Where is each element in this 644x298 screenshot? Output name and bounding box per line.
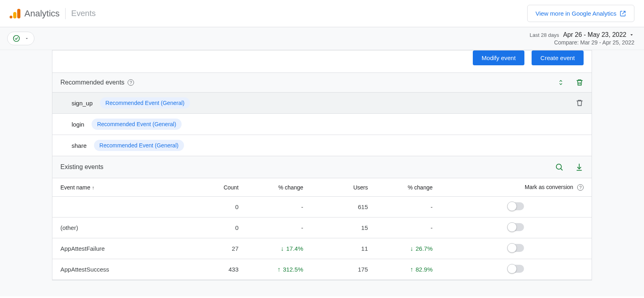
recommended-row[interactable]: shareRecommended Event (General) bbox=[52, 135, 592, 156]
date-range-text: Apr 26 - May 23, 2022 bbox=[563, 31, 626, 38]
cell-users: 175 bbox=[311, 259, 376, 280]
conversion-toggle[interactable] bbox=[508, 265, 524, 273]
delete-row-button[interactable] bbox=[576, 99, 584, 107]
cell-mark-conversion bbox=[441, 238, 592, 259]
cell-users-change: ↑82.9% bbox=[376, 259, 441, 280]
recommended-event-name: login bbox=[72, 121, 84, 128]
table-row[interactable]: AppAttestFailure27↓17.4%11↓26.7% bbox=[52, 238, 592, 259]
vertical-divider bbox=[65, 8, 66, 19]
cell-users-change: - bbox=[376, 217, 441, 238]
existing-events-header: Existing events bbox=[52, 156, 592, 178]
page-title: Events bbox=[71, 9, 96, 18]
cell-count: 0 bbox=[203, 217, 246, 238]
cell-users-change: ↓26.7% bbox=[376, 238, 441, 259]
cell-mark-conversion bbox=[441, 259, 592, 280]
create-event-button[interactable]: Create event bbox=[532, 50, 584, 65]
cell-mark-conversion bbox=[441, 217, 592, 238]
help-icon[interactable]: ? bbox=[577, 184, 584, 191]
compare-range: Compare: Mar 29 - Apr 25, 2022 bbox=[530, 39, 634, 46]
existing-title: Existing events bbox=[60, 163, 104, 171]
cell-count: 0 bbox=[203, 197, 246, 217]
download-icon bbox=[575, 163, 584, 171]
conversion-toggle[interactable] bbox=[508, 223, 524, 231]
col-event-name[interactable]: Event name↑ bbox=[52, 178, 203, 197]
delete-all-button[interactable] bbox=[576, 79, 584, 87]
view-more-button[interactable]: View more in Google Analytics bbox=[527, 5, 634, 22]
check-circle-icon bbox=[12, 34, 20, 42]
cell-users: 615 bbox=[311, 197, 376, 217]
cell-event-name: AppAttestFailure bbox=[52, 238, 203, 259]
svg-point-0 bbox=[14, 36, 20, 42]
events-card: Modify event Create event Recommended ev… bbox=[52, 50, 592, 280]
cell-count: 433 bbox=[203, 259, 246, 280]
table-row[interactable]: 0-615- bbox=[52, 197, 592, 217]
search-icon bbox=[555, 163, 564, 171]
help-icon[interactable]: ? bbox=[128, 79, 134, 86]
date-block: Last 28 days Apr 26 - May 23, 2022 Compa… bbox=[530, 31, 634, 46]
col-mark-conversion: Mark as conversion ? bbox=[441, 178, 592, 197]
cell-event-name: AppAttestSuccess bbox=[52, 259, 203, 280]
col-users-change[interactable]: % change bbox=[376, 178, 441, 197]
arrow-up-icon: ↑ bbox=[277, 266, 280, 273]
modify-event-button[interactable]: Modify event bbox=[473, 50, 524, 65]
cell-users-change: - bbox=[376, 197, 441, 217]
status-chip[interactable] bbox=[7, 32, 34, 45]
cell-count-change: - bbox=[246, 197, 311, 217]
brand-logo: Analytics bbox=[10, 8, 60, 19]
col-count[interactable]: Count bbox=[203, 178, 246, 197]
conversion-toggle[interactable] bbox=[508, 244, 524, 252]
cell-count-change: ↓17.4% bbox=[246, 238, 311, 259]
cell-mark-conversion bbox=[441, 197, 592, 217]
analytics-logo-icon bbox=[10, 9, 20, 18]
recommended-row[interactable]: sign_upRecommended Event (General) bbox=[52, 92, 592, 113]
cell-event-name: (other) bbox=[52, 217, 203, 238]
open-external-icon bbox=[620, 10, 626, 17]
recommended-row[interactable]: loginRecommended Event (General) bbox=[52, 113, 592, 135]
cell-users: 15 bbox=[311, 217, 376, 238]
recommended-event-name: sign_up bbox=[72, 100, 93, 107]
brand-name: Analytics bbox=[24, 8, 60, 19]
date-range-picker[interactable]: Apr 26 - May 23, 2022 bbox=[563, 31, 634, 38]
table-row[interactable]: AppAttestSuccess433↑312.5%175↑82.9% bbox=[52, 259, 592, 280]
trash-icon bbox=[576, 99, 584, 107]
card-actions: Modify event Create event bbox=[52, 50, 592, 72]
cell-count: 27 bbox=[203, 238, 246, 259]
trash-icon bbox=[576, 79, 584, 87]
existing-events-table: Event name↑ Count % change Users % chang… bbox=[52, 178, 592, 280]
period-label: Last 28 days bbox=[530, 32, 559, 38]
cell-count-change: ↑312.5% bbox=[246, 259, 311, 280]
sort-icon bbox=[557, 79, 564, 86]
arrow-up-icon: ↑ bbox=[410, 266, 413, 273]
chevron-down-icon bbox=[629, 32, 634, 38]
sort-asc-icon: ↑ bbox=[92, 185, 94, 191]
svg-point-1 bbox=[556, 164, 562, 169]
recommended-title: Recommended events bbox=[60, 79, 124, 86]
recommended-badge: Recommended Event (General) bbox=[94, 140, 184, 151]
view-more-label: View more in Google Analytics bbox=[536, 10, 616, 17]
arrow-down-icon: ↓ bbox=[280, 245, 284, 252]
topbar: Analytics Events View more in Google Ana… bbox=[0, 0, 644, 27]
topbar-left: Analytics Events bbox=[10, 8, 96, 19]
recommended-event-name: share bbox=[72, 142, 87, 149]
cell-count-change: - bbox=[246, 217, 311, 238]
cell-event-name bbox=[52, 197, 203, 217]
conversion-toggle[interactable] bbox=[508, 202, 524, 210]
content: Modify event Create event Recommended ev… bbox=[0, 50, 644, 296]
download-button[interactable] bbox=[575, 163, 584, 171]
recommended-badge: Recommended Event (General) bbox=[100, 97, 190, 109]
col-users[interactable]: Users bbox=[311, 178, 376, 197]
sort-toggle-button[interactable] bbox=[557, 79, 564, 87]
subheader: Last 28 days Apr 26 - May 23, 2022 Compa… bbox=[0, 27, 644, 50]
cell-users: 11 bbox=[311, 238, 376, 259]
chevron-down-icon bbox=[24, 36, 29, 41]
table-row[interactable]: (other)0-15- bbox=[52, 217, 592, 238]
arrow-down-icon: ↓ bbox=[410, 245, 413, 252]
col-count-change[interactable]: % change bbox=[246, 178, 311, 197]
search-button[interactable] bbox=[555, 163, 564, 171]
recommended-badge: Recommended Event (General) bbox=[92, 119, 182, 130]
recommended-events-header: Recommended events ? bbox=[52, 72, 592, 92]
